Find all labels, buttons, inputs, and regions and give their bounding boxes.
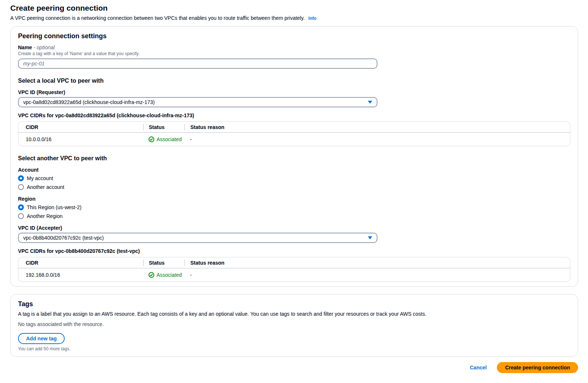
cidr-value: 10.0.0.0/16	[18, 136, 143, 142]
cancel-button[interactable]: Cancel	[470, 365, 487, 371]
cidr-value: 192.168.0.0/16	[18, 272, 143, 278]
settings-card-title: Peering connection settings	[18, 32, 570, 40]
region-group-label: Region	[18, 196, 570, 202]
status-text: Associated	[157, 136, 182, 142]
name-optional-suffix: - optional	[33, 44, 55, 50]
accepter-cidrs-table: CIDR Status Status reason 192.168.0.0/16…	[18, 257, 570, 282]
status-reason-value: -	[184, 272, 570, 278]
peering-connection-settings-card: Peering connection settings Name - optio…	[10, 26, 578, 287]
radio-option-label: Another account	[27, 184, 64, 190]
radio-option-label: Another Region	[27, 213, 62, 219]
radio-option-another-region[interactable]: Another Region	[18, 212, 570, 220]
radio-unselected-icon[interactable]	[18, 184, 24, 190]
column-header-status-reason: Status reason	[184, 259, 570, 266]
vpc-requester-select[interactable]: vpc-0a8d02cd83922a65d (clickhouse-cloud-…	[18, 97, 377, 107]
local-cidrs-table: CIDR Status Status reason 10.0.0.0/16 As…	[18, 121, 570, 146]
radio-option-this-region[interactable]: This Region (us-west-2)	[18, 204, 570, 211]
status-badge: Associated	[148, 136, 184, 142]
name-label: Name	[18, 44, 32, 50]
chevron-down-icon	[368, 101, 372, 104]
radio-selected-icon[interactable]	[18, 204, 24, 210]
status-badge: Associated	[148, 272, 184, 278]
radio-option-label: My account	[27, 175, 53, 181]
vpc-requester-selected-value: vpc-0a8d02cd83922a65d (clickhouse-cloud-…	[23, 99, 155, 105]
accepter-cidrs-table-label: VPC CIDRs for vpc-0b8b400d20767c92c (tes…	[18, 248, 570, 254]
account-group-label: Account	[18, 167, 570, 173]
create-peering-connection-button[interactable]: Create peering connection	[497, 362, 578, 373]
tags-empty-text: No tags associated with the resource.	[18, 321, 570, 327]
chevron-down-icon	[368, 236, 372, 239]
radio-option-another-account[interactable]: Another account	[18, 183, 570, 191]
table-row: 192.168.0.0/16 Associated -	[18, 268, 570, 282]
name-input[interactable]	[18, 58, 377, 69]
tags-card-title: Tags	[18, 300, 570, 308]
info-link[interactable]: Info	[308, 16, 316, 21]
table-header-row: CIDR Status Status reason	[18, 257, 570, 268]
tags-description: A tag is a label that you assign to an A…	[18, 311, 570, 317]
column-header-cidr: CIDR	[18, 124, 143, 130]
local-cidrs-table-label: VPC CIDRs for vpc-0a8d02cd83922a65d (cli…	[18, 112, 570, 118]
column-header-cidr: CIDR	[18, 260, 143, 266]
radio-option-my-account[interactable]: My account	[18, 175, 570, 182]
page-title: Create peering connection	[10, 4, 578, 12]
radio-unselected-icon[interactable]	[18, 213, 24, 219]
another-vpc-section-title: Select another VPC to peer with	[18, 155, 570, 162]
vpc-accepter-label: VPC ID (Accepter)	[18, 225, 570, 231]
form-actions: Cancel Create peering connection	[10, 362, 578, 373]
vpc-requester-label: VPC ID (Requester)	[18, 89, 570, 95]
column-header-status: Status	[143, 259, 184, 266]
radio-option-label: This Region (us-west-2)	[27, 204, 82, 210]
table-header-row: CIDR Status Status reason	[18, 122, 570, 133]
column-header-status: Status	[143, 124, 184, 130]
table-row: 10.0.0.0/16 Associated -	[18, 133, 570, 146]
vpc-accepter-select[interactable]: vpc-0b8b400d20767c92c (test-vpc)	[18, 233, 377, 243]
radio-selected-icon[interactable]	[18, 175, 24, 181]
page-description: A VPC peering connection is a networking…	[10, 15, 578, 21]
status-text: Associated	[157, 272, 182, 278]
tags-card: Tags A tag is a label that you assign to…	[10, 294, 578, 357]
column-header-status-reason: Status reason	[184, 124, 570, 130]
status-reason-value: -	[184, 136, 570, 142]
vpc-accepter-selected-value: vpc-0b8b400d20767c92c (test-vpc)	[23, 235, 104, 241]
name-help-text: Create a tag with a key of 'Name' and a …	[18, 51, 570, 56]
name-field: Name - optional Create a tag with a key …	[18, 44, 570, 69]
check-circle-icon	[148, 272, 154, 278]
check-circle-icon	[148, 136, 154, 142]
tags-constraint-text: You can add 50 more tags.	[18, 346, 570, 351]
add-new-tag-button[interactable]: Add new tag	[18, 333, 65, 344]
create-peering-connection-page: Create peering connection A VPC peering …	[0, 0, 588, 373]
local-vpc-section-title: Select a local VPC to peer with	[18, 78, 570, 84]
